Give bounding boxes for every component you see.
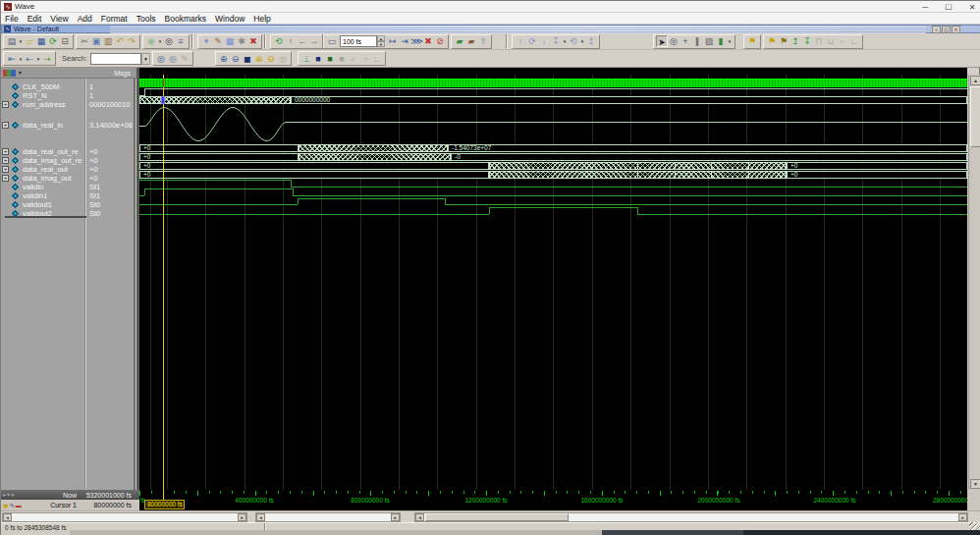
scroll-left-icon[interactable]: ◂ [256, 513, 265, 521]
signal-row-data-real-out[interactable]: +data_real_out [1, 165, 84, 174]
maximize-button[interactable]: ☐ [944, 3, 953, 12]
scroll-right-icon[interactable]: ▸ [958, 513, 967, 521]
edit-mode-icon[interactable]: ▨ [703, 35, 715, 47]
run-icon[interactable]: ↦ [387, 35, 399, 47]
pan-mode-icon[interactable]: + [680, 35, 691, 47]
print-icon[interactable]: ⊟ [59, 35, 71, 47]
run-length-input[interactable] [340, 35, 377, 47]
save-icon[interactable]: ▦ [35, 35, 47, 47]
run-continue-icon[interactable]: ⇥ [399, 35, 410, 47]
redo-icon[interactable]: ↷ [126, 35, 137, 47]
goto-active-icon[interactable]: ⇢ [41, 53, 53, 65]
run-all-icon[interactable]: ⋙ [410, 35, 422, 47]
edit-cursor-icon[interactable]: ✎ [10, 502, 15, 509]
menu-window[interactable]: Window [215, 14, 245, 24]
paste-icon[interactable]: ▥ [102, 35, 114, 47]
pane-dock-button[interactable]: ＋ [932, 26, 941, 33]
goto-prev-icon[interactable]: ⇠ [24, 53, 35, 65]
expand-icon[interactable]: + [2, 157, 9, 164]
stability-check-icon[interactable]: ▮ [715, 35, 727, 47]
wave-scroll-thumb[interactable] [425, 513, 569, 521]
edit-testbench-icon[interactable]: ✎ [212, 35, 224, 47]
signal-row-validout1[interactable]: validout1 [1, 200, 84, 209]
wave-cursor-line[interactable] [163, 75, 164, 490]
signal-row-rom-address[interactable]: +rom_address [1, 100, 84, 109]
expand-icon[interactable]: + [2, 101, 9, 108]
step-up-icon[interactable]: ↑ [285, 35, 297, 47]
signal-row-data-imag-out-re[interactable]: +data_imag_out_re [1, 156, 84, 165]
upload-icon[interactable]: ⇑ [477, 35, 489, 47]
anchor-down-icon[interactable]: ↧ [550, 35, 562, 47]
signal-row-clk-500m[interactable]: CLK_500M [1, 82, 84, 91]
options-gear-icon[interactable]: ✱ [236, 35, 247, 47]
profile-icon[interactable]: ▰ [454, 35, 465, 47]
add-flag-icon[interactable]: ⚑ [746, 35, 758, 47]
step-back-icon[interactable]: ← [297, 35, 308, 47]
re-anchor-icon[interactable]: ⟲ [568, 35, 579, 47]
find-icon[interactable]: ◎ [163, 35, 175, 47]
menu-help[interactable]: Help [253, 14, 270, 24]
zoom-out-active-icon[interactable]: ⊖ [265, 53, 277, 65]
coverage-icon[interactable]: ▰ [465, 35, 477, 47]
timeline[interactable]: fs 400000000 fs 800000000 fs 1200000000 … [139, 490, 967, 510]
move-up-icon[interactable]: ↑ [515, 35, 526, 47]
find-next-icon[interactable]: ◎ [155, 53, 167, 65]
reload-wave-icon[interactable]: ⟳ [526, 35, 538, 47]
waveform-canvas[interactable]: 0000000000 +0 -1.54073e+07 +0 -0 +0 +0 +… [139, 75, 967, 490]
scroll-left-icon[interactable]: ◂ [415, 513, 424, 521]
find-prev-icon[interactable]: ◎ [167, 53, 179, 65]
reload-icon[interactable]: ⟳ [47, 35, 59, 47]
scroll-right-icon[interactable]: ▸ [391, 513, 400, 521]
names-scrollbar[interactable]: ◂ ▸ [2, 512, 247, 522]
search-dropdown-icon[interactable]: ▼ [141, 53, 150, 65]
search-input[interactable] [90, 53, 141, 65]
pane-undock-button[interactable]: ◱ [942, 26, 951, 33]
wave-vertical-scrollbar[interactable]: ▲ ▼ [968, 75, 980, 490]
move-down-icon[interactable]: ↓ [538, 35, 550, 47]
expand-icon[interactable]: + [2, 166, 9, 173]
vertical-scroll-thumb[interactable] [970, 86, 980, 147]
copy-icon[interactable]: ▣ [90, 35, 102, 47]
zoom-in-icon[interactable]: ⊕ [218, 53, 230, 65]
cursor-pair-icon[interactable]: ∥ [691, 35, 703, 47]
close-button[interactable]: ✕ [967, 3, 977, 12]
menu-bookmarks[interactable]: Bookmarks [165, 14, 207, 24]
menu-add[interactable]: Add [78, 14, 92, 24]
cut-icon[interactable]: ✂ [79, 35, 90, 47]
lock-icon[interactable]: ▣ [3, 502, 9, 509]
remove-cursor-icon[interactable]: ▬ [16, 502, 22, 509]
cursor1-row[interactable]: ▣ ✎ ▬ Cursor 1 80000000 fs [1, 500, 139, 510]
scroll-up-icon[interactable]: ▲ [970, 76, 980, 85]
step-forward-icon[interactable]: → [308, 35, 320, 47]
open-icon[interactable]: ▱ [24, 35, 35, 47]
scroll-right-icon[interactable]: ▸ [238, 513, 246, 521]
memory-icon[interactable]: ▦ [224, 35, 236, 47]
select-mode-icon[interactable]: ➤ [656, 35, 668, 47]
restart-icon[interactable]: ⟲ [273, 35, 285, 47]
cursor-options-icon[interactable]: ▾ [7, 491, 10, 499]
end-simulation-icon[interactable]: ✖ [247, 35, 259, 47]
new-document-icon[interactable]: ▤ [6, 35, 18, 47]
pane-drag-stripes[interactable] [110, 27, 926, 33]
signal-names-pane[interactable]: CLK_500M RST_N +rom_address +data_real_i… [1, 79, 85, 490]
simulate-icon[interactable]: ✦ [200, 35, 212, 47]
wave-scrollbar[interactable]: ◂ ▸ [414, 512, 968, 522]
pane-close-button[interactable]: ✕ [952, 26, 960, 33]
anchor-up-icon[interactable]: ↥ [585, 35, 597, 47]
run-length-decrement[interactable]: ▼ [377, 41, 385, 47]
menu-format[interactable]: Format [101, 14, 128, 24]
column-dropdown-icon[interactable]: ▾ [19, 69, 22, 76]
minimize-button[interactable]: ─ [920, 3, 930, 12]
stability-check-icon-dropdown[interactable]: ▾ [727, 38, 733, 44]
run-length-icon[interactable]: ▭ [326, 35, 338, 47]
break-icon[interactable]: ⊘ [434, 35, 446, 47]
title-bar[interactable]: ∿ Wave ─ ☐ ✕ [1, 1, 980, 13]
pane-title-bar[interactable]: ∿ Wave - Default ＋ ◱ ✕ [1, 25, 980, 33]
signal-row-validin[interactable]: validin [1, 183, 84, 191]
expand-icon[interactable]: + [2, 122, 9, 129]
zoom-mode-icon[interactable]: ◎ [668, 35, 680, 47]
signal-row-data-real-out-re[interactable]: +data_real_out_re [1, 147, 84, 156]
insert-signal-icon[interactable]: ↥ [789, 35, 801, 47]
stop-icon[interactable]: ✖ [422, 35, 434, 47]
signal-row-data-imag-out[interactable]: +data_imag_out [1, 174, 84, 183]
